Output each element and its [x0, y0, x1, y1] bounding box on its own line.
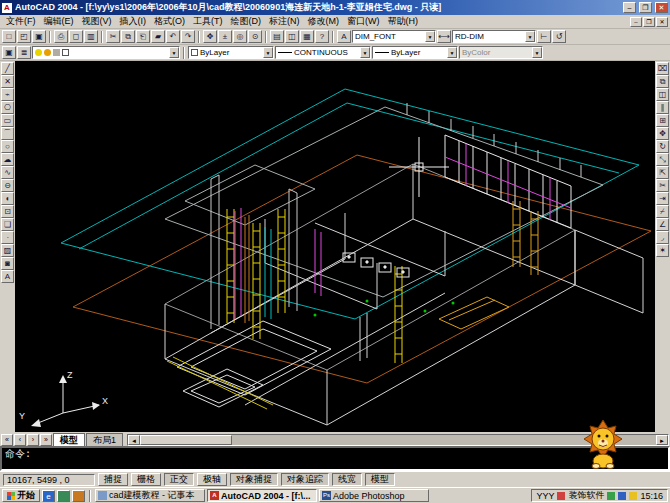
- offset-button[interactable]: ∥: [656, 101, 669, 114]
- menu-help[interactable]: 帮助(H): [384, 15, 423, 28]
- chevron-down-icon[interactable]: ▼: [447, 47, 457, 58]
- menu-draw[interactable]: 绘图(D): [227, 15, 266, 28]
- save-button[interactable]: ▣: [32, 30, 46, 43]
- decor-app-icon[interactable]: [557, 492, 565, 500]
- show-desktop-icon[interactable]: [57, 490, 70, 502]
- help-button[interactable]: ?: [315, 30, 329, 43]
- dim-style-button[interactable]: ⟷: [437, 30, 451, 43]
- drawing-canvas[interactable]: Z X Y: [15, 61, 655, 432]
- menu-edit[interactable]: 编辑(E): [40, 15, 78, 28]
- tray-icon-green[interactable]: [607, 492, 615, 500]
- menu-file[interactable]: 文件(F): [2, 15, 40, 28]
- menu-tools[interactable]: 工具(T): [189, 15, 227, 28]
- paste-button[interactable]: ⎗: [136, 30, 150, 43]
- circle-button[interactable]: ○: [1, 140, 14, 153]
- properties-button[interactable]: ▤: [270, 30, 284, 43]
- copy-button[interactable]: ⧉: [121, 30, 135, 43]
- scale-button[interactable]: ⤡: [656, 153, 669, 166]
- array-button[interactable]: ⊞: [656, 114, 669, 127]
- tab-model[interactable]: 模型: [53, 433, 85, 446]
- toggle-otrack[interactable]: 对象追踪: [281, 473, 329, 486]
- insert-block-button[interactable]: ⊡: [1, 205, 14, 218]
- chevron-down-icon[interactable]: ▼: [425, 31, 435, 42]
- spline-button[interactable]: ∿: [1, 166, 14, 179]
- dim-update-button[interactable]: ↺: [552, 30, 566, 43]
- tray-icon-blue[interactable]: [618, 492, 626, 500]
- menu-modify[interactable]: 修改(M): [304, 15, 344, 28]
- construction-line-button[interactable]: ✕: [1, 75, 14, 88]
- toggle-snap[interactable]: 捕捉: [98, 473, 128, 486]
- make-block-button[interactable]: ❏: [1, 218, 14, 231]
- doc-restore-button[interactable]: ❐: [643, 17, 655, 27]
- hatch-button[interactable]: ▨: [1, 244, 14, 257]
- mtext-button[interactable]: A: [1, 270, 14, 283]
- toggle-grid[interactable]: 栅格: [131, 473, 161, 486]
- close-button[interactable]: ✕: [655, 2, 668, 13]
- move-button[interactable]: ✥: [656, 127, 669, 140]
- layer-combo[interactable]: ▼: [32, 46, 180, 59]
- make-layer-current-button[interactable]: ▣: [2, 46, 16, 59]
- chamfer-button[interactable]: ∠: [656, 218, 669, 231]
- polygon-button[interactable]: ⎔: [1, 101, 14, 114]
- menu-view[interactable]: 视图(V): [78, 15, 116, 28]
- undo-button[interactable]: ↶: [166, 30, 180, 43]
- doc-close-button[interactable]: ✕: [656, 17, 668, 27]
- dim-style-combo[interactable]: RD-DIM ▼: [452, 30, 536, 43]
- draw-line-button[interactable]: ╱: [1, 62, 14, 75]
- zoom-realtime-button[interactable]: ±: [218, 30, 232, 43]
- region-button[interactable]: ◙: [1, 257, 14, 270]
- chevron-down-icon[interactable]: ▼: [169, 47, 179, 58]
- next-tab-button[interactable]: ›: [27, 434, 39, 446]
- command-prompt[interactable]: 命令:: [5, 448, 665, 459]
- redo-button[interactable]: ↷: [181, 30, 195, 43]
- mirror-button[interactable]: ◫: [656, 88, 669, 101]
- hscroll-thumb[interactable]: [140, 435, 232, 445]
- menu-format[interactable]: 格式(O): [150, 15, 189, 28]
- rotate-button[interactable]: ↻: [656, 140, 669, 153]
- ie-quicklaunch-icon[interactable]: e: [42, 490, 55, 502]
- break-button[interactable]: ⌿: [656, 205, 669, 218]
- trim-button[interactable]: ✂: [656, 179, 669, 192]
- toggle-osnap[interactable]: 对象捕捉: [230, 473, 278, 486]
- chevron-down-icon[interactable]: ▼: [525, 31, 535, 42]
- designcenter-button[interactable]: ◫: [285, 30, 299, 43]
- revision-cloud-button[interactable]: ☁: [1, 153, 14, 166]
- ellipse-button[interactable]: ⊖: [1, 179, 14, 192]
- menu-insert[interactable]: 插入(I): [116, 15, 151, 28]
- new-button[interactable]: □: [2, 30, 16, 43]
- tool-palettes-button[interactable]: ▦: [300, 30, 314, 43]
- toggle-model[interactable]: 模型: [365, 473, 395, 486]
- task-autocad[interactable]: A AutoCAD 2004 - [f:\...: [207, 489, 317, 502]
- prev-tab-button[interactable]: ‹: [14, 434, 26, 446]
- zoom-window-button[interactable]: ◎: [233, 30, 247, 43]
- doc-minimize-button[interactable]: –: [630, 17, 642, 27]
- rectangle-button[interactable]: ▭: [1, 114, 14, 127]
- chevron-down-icon[interactable]: ▼: [263, 47, 273, 58]
- linetype-combo[interactable]: CONTINUOUS ▼: [275, 46, 371, 59]
- extend-button[interactable]: ⇥: [656, 192, 669, 205]
- stretch-button[interactable]: ⇱: [656, 166, 669, 179]
- start-button[interactable]: 开始: [2, 489, 40, 502]
- menu-window[interactable]: 窗口(W): [343, 15, 384, 28]
- toggle-polar[interactable]: 极轴: [197, 473, 227, 486]
- publish-button[interactable]: ▥: [84, 30, 98, 43]
- first-tab-button[interactable]: «: [1, 434, 13, 446]
- open-button[interactable]: ◰: [17, 30, 31, 43]
- copy-object-button[interactable]: ⧉: [656, 75, 669, 88]
- scroll-right-button[interactable]: ►: [656, 435, 668, 445]
- text-style-combo[interactable]: DIM_FONT ▼: [352, 30, 436, 43]
- lineweight-combo[interactable]: ByLayer ▼: [372, 46, 458, 59]
- cut-button[interactable]: ✂: [106, 30, 120, 43]
- chevron-down-icon[interactable]: ▼: [360, 47, 370, 58]
- color-combo[interactable]: ByLayer ▼: [188, 46, 274, 59]
- toggle-ortho[interactable]: 正交: [164, 473, 194, 486]
- plot-button[interactable]: ⎙: [54, 30, 68, 43]
- zoom-previous-button[interactable]: ⊙: [248, 30, 262, 43]
- toggle-lineweight[interactable]: 线宽: [332, 473, 362, 486]
- minimize-button[interactable]: –: [623, 2, 636, 13]
- ellipse-arc-button[interactable]: ◖: [1, 192, 14, 205]
- point-button[interactable]: ∙: [1, 231, 14, 244]
- explode-button[interactable]: ✶: [656, 244, 669, 257]
- polyline-button[interactable]: ⌁: [1, 88, 14, 101]
- dim-linear-button[interactable]: ⊢: [537, 30, 551, 43]
